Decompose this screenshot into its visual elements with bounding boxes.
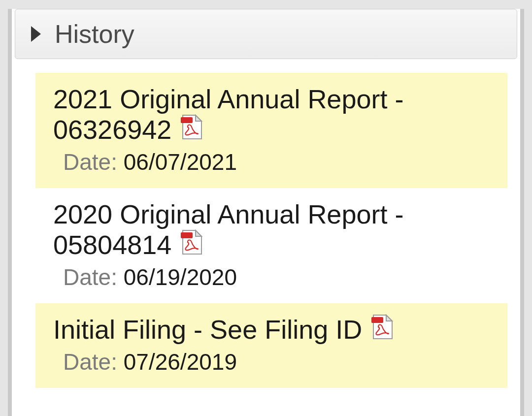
svg-marker-0 [31, 26, 41, 42]
history-accordion-header[interactable]: History [15, 9, 517, 59]
date-label: Date: [63, 264, 117, 290]
pdf-icon[interactable] [181, 114, 203, 146]
svg-rect-2 [181, 232, 193, 238]
list-item: 2020 Original Annual Report - 05804814 D… [35, 188, 507, 303]
list-item: Initial Filing - See Filing ID Date: 07/… [35, 303, 507, 388]
item-title-row: 2021 Original Annual Report - 06326942 [53, 84, 494, 146]
filing-link[interactable]: Initial Filing - See Filing ID [53, 315, 362, 344]
item-title-text: Initial Filing - See Filing ID [53, 315, 362, 344]
pdf-icon[interactable] [181, 229, 203, 261]
item-title-row: Initial Filing - See Filing ID [53, 314, 494, 346]
date-value: 07/26/2019 [124, 349, 237, 375]
item-date-row: Date: 06/07/2021 [53, 149, 494, 175]
list-item: 2021 Original Annual Report - 06326942 D… [35, 73, 507, 188]
item-date-row: Date: 06/19/2020 [53, 264, 494, 290]
date-label: Date: [63, 149, 117, 175]
accordion-title: History [55, 19, 134, 49]
content-frame: History 2021 Original Annual Report - 06… [8, 9, 524, 416]
svg-rect-1 [181, 117, 193, 123]
date-value: 06/07/2021 [124, 149, 237, 175]
filing-link[interactable]: 2020 Original Annual Report - 05804814 [53, 199, 403, 259]
date-label: Date: [63, 349, 117, 375]
filing-link[interactable]: 2021 Original Annual Report - 06326942 [53, 84, 403, 144]
item-date-row: Date: 07/26/2019 [53, 349, 494, 375]
chevron-right-icon [29, 25, 43, 43]
svg-rect-3 [371, 317, 383, 323]
date-value: 06/19/2020 [124, 264, 237, 290]
item-title-row: 2020 Original Annual Report - 05804814 [53, 199, 494, 261]
item-title-text: 2020 Original Annual Report - 05804814 [53, 199, 403, 259]
history-list: 2021 Original Annual Report - 06326942 D… [35, 73, 507, 388]
item-title-text: 2021 Original Annual Report - 06326942 [53, 84, 403, 144]
pdf-icon[interactable] [371, 314, 394, 346]
